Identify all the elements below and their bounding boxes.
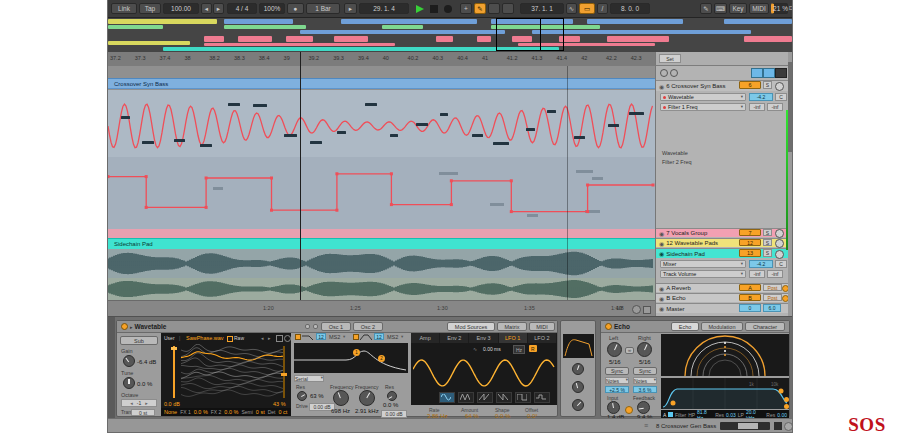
- hotswap-icon[interactable]: [305, 324, 310, 329]
- unfold-icon[interactable]: ◉: [659, 230, 664, 237]
- overview-clip[interactable]: [224, 19, 292, 24]
- automation-mode-icon[interactable]: [751, 68, 763, 78]
- arm-button[interactable]: [775, 250, 784, 259]
- fx1-value[interactable]: 0.0 %: [194, 409, 208, 415]
- device-chain-end-box[interactable]: [774, 422, 782, 430]
- time-signature-field[interactable]: 4 / 4: [227, 3, 257, 14]
- semi-value[interactable]: 0 st: [256, 409, 265, 415]
- lfo-display[interactable]: ∿ 0.00 ms Hz R: [411, 343, 557, 405]
- position-slider-track[interactable]: [283, 346, 285, 398]
- wavetable-category-chooser[interactable]: User: [164, 335, 175, 341]
- mod-subtab-env2[interactable]: Env 2: [440, 333, 469, 343]
- lp-res-value[interactable]: 0.00: [777, 412, 787, 418]
- save-preset-icon[interactable]: [313, 324, 318, 329]
- left-time-knob[interactable]: [607, 342, 622, 357]
- automation-lane-toggle-icon[interactable]: [670, 69, 678, 77]
- unfold-icon[interactable]: ◉: [659, 295, 664, 302]
- stereo-link-button[interactable]: ∞: [625, 347, 634, 354]
- filter1-circuit[interactable]: MS2: [329, 334, 340, 340]
- loop-length-field[interactable]: 8. 0. 0: [610, 3, 650, 14]
- det-value[interactable]: 0 ct: [279, 409, 288, 415]
- track-activator[interactable]: 13: [739, 249, 761, 257]
- lfo-hz-toggle[interactable]: Hz: [513, 345, 525, 354]
- raw-checkbox[interactable]: [227, 336, 233, 342]
- playhead[interactable]: [300, 52, 301, 314]
- midi-note[interactable]: [472, 134, 483, 137]
- fx2-value[interactable]: 0.0 %: [224, 409, 238, 415]
- key-map-button[interactable]: Key: [729, 3, 747, 14]
- feedback-knob[interactable]: [637, 401, 650, 414]
- beat-time-ruler[interactable]: 37.237.337.43838.238.338.43939.239.339.4…: [108, 52, 655, 67]
- parameter-chooser[interactable]: Track Volume ▾: [660, 270, 746, 278]
- filter-checkbox[interactable]: [668, 412, 673, 417]
- device-on-icon[interactable]: [605, 323, 612, 330]
- filter1-slope[interactable]: 12: [316, 333, 326, 340]
- automation-lane-filter1[interactable]: [108, 90, 655, 157]
- clip-header-crossover-syn-bass[interactable]: Crossover Syn Bass: [108, 78, 655, 89]
- midi-note[interactable]: [121, 116, 130, 119]
- prev-table-icon[interactable]: ◂: [261, 335, 264, 341]
- res1-knob[interactable]: [297, 391, 307, 401]
- oscillator-display[interactable]: User | SawPhase.wav Raw ◂ ▸ 0.0 dB 43 % …: [161, 333, 291, 416]
- overview-clip[interactable]: [477, 36, 491, 42]
- stepper-right-icon[interactable]: ▸: [145, 400, 148, 406]
- tempo-field[interactable]: 100.00: [163, 3, 199, 14]
- drive2-field[interactable]: 0.00 dB: [381, 410, 407, 418]
- computer-midi-keyboard-button[interactable]: ⌨: [714, 3, 727, 14]
- time-ruler[interactable]: 1/8 1:201:251:301:351:40: [108, 300, 655, 317]
- midi-note[interactable]: [200, 144, 212, 147]
- post-toggle[interactable]: Post: [763, 284, 782, 291]
- lane-max-field[interactable]: -inf: [767, 270, 783, 278]
- device-chain-scroll-handle[interactable]: [738, 423, 758, 429]
- mod-subtab-env3[interactable]: Env 3: [469, 333, 498, 343]
- filter-hot-dot[interactable]: [784, 397, 789, 402]
- tab-midi[interactable]: MIDI: [529, 322, 555, 331]
- link-button[interactable]: Link: [111, 3, 137, 14]
- next-table-icon[interactable]: ▸: [268, 335, 271, 341]
- track-volume-field[interactable]: -4.2: [749, 93, 773, 101]
- octave-stepper[interactable]: ◂ -1 ▸: [121, 399, 157, 407]
- master-cue-field[interactable]: 6.0: [763, 304, 781, 312]
- device-chooser[interactable]: Mixer ▾: [660, 260, 746, 268]
- nudge-up-button[interactable]: ▸: [213, 3, 224, 14]
- position-slider-handle[interactable]: [281, 373, 287, 376]
- fold-icon[interactable]: ▸: [130, 324, 133, 330]
- overdub-button[interactable]: +: [460, 3, 472, 14]
- parameter-chooser[interactable]: Filter 1 Freq ▾: [660, 103, 746, 111]
- filter-routing-chooser[interactable]: Serial ▾: [294, 375, 324, 382]
- right-sync-button[interactable]: Sync: [633, 367, 657, 375]
- mod-subtab-amp[interactable]: Amp: [411, 333, 440, 343]
- midi-note[interactable]: [547, 110, 556, 113]
- freq2-knob[interactable]: [359, 390, 375, 406]
- stepper-left-icon[interactable]: ◂: [130, 400, 133, 406]
- global-volume-knob[interactable]: [572, 399, 584, 411]
- speaker-icon[interactable]: [775, 68, 787, 78]
- automation-lane-filter2[interactable]: [108, 157, 655, 229]
- overview-clip[interactable]: [744, 36, 792, 42]
- zoom-back-button[interactable]: [632, 305, 641, 314]
- track-activator[interactable]: 6: [739, 81, 761, 89]
- stop-button[interactable]: [430, 5, 438, 13]
- arm-button[interactable]: [775, 239, 784, 248]
- filter-display[interactable]: 1 2: [294, 343, 408, 373]
- lowpass-icon[interactable]: [302, 334, 314, 340]
- midi-note[interactable]: [390, 134, 398, 137]
- device-chooser[interactable]: Wavetable ▾: [660, 93, 746, 101]
- midi-note[interactable]: [253, 104, 267, 107]
- solo-button[interactable]: S: [763, 249, 772, 257]
- overview-clip[interactable]: [587, 19, 683, 24]
- device-view-handle[interactable]: [108, 317, 115, 419]
- overview-clip[interactable]: [286, 36, 313, 42]
- midi-note[interactable]: [574, 136, 586, 139]
- left-offset-field[interactable]: +2.5 %: [605, 386, 629, 393]
- lfo-shape-selector[interactable]: [439, 392, 550, 403]
- arm-button[interactable]: [775, 82, 784, 91]
- midi-map-button[interactable]: MIDI: [749, 3, 769, 14]
- midi-note[interactable]: [493, 142, 509, 145]
- device-chain-scrollbar[interactable]: [720, 422, 770, 430]
- display-circle-icon[interactable]: [284, 335, 291, 342]
- filter1-marker[interactable]: 1: [353, 349, 360, 356]
- play-button[interactable]: [416, 5, 424, 13]
- solo-button[interactable]: S: [763, 239, 772, 246]
- display-grid-icon[interactable]: [276, 335, 283, 342]
